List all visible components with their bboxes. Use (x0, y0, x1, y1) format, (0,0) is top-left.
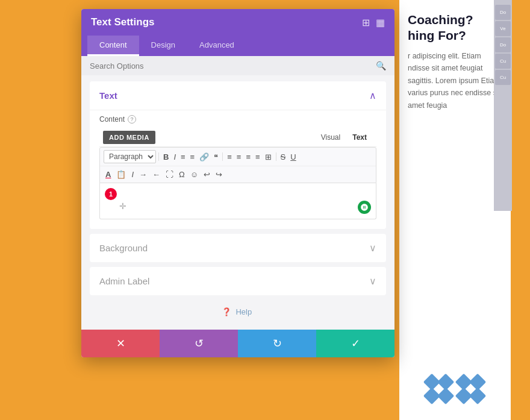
modal-footer: ✕ ↺ ↻ ✓ (81, 330, 394, 357)
modal-header: Text Settings ⊞ ▦ (81, 9, 394, 36)
modal-body: Text ∧ Content ? ADD MEDIA Visual Text (81, 75, 394, 330)
special-chars-button[interactable]: Ω (177, 169, 187, 180)
modal-tabs: Content Design Advanced (81, 36, 394, 56)
diamond-8 (469, 387, 486, 404)
italic2-button[interactable]: I (129, 169, 136, 180)
undo-toolbar-button[interactable]: ↩ (202, 169, 212, 180)
sidebar-tab-cu2[interactable]: Cu (495, 70, 511, 85)
link-button[interactable]: 🔗 (198, 151, 211, 163)
move-icon: ✛ (119, 201, 126, 211)
bold-button[interactable]: B (161, 151, 170, 163)
diamond-icons (426, 376, 484, 402)
text-color-button[interactable]: A (104, 169, 113, 180)
fullscreen-button[interactable]: ⛶ (164, 169, 175, 180)
editor-badge: 1 (105, 188, 117, 200)
divider-1 (158, 152, 159, 161)
help-question-icon: ❓ (222, 307, 231, 316)
toolbar-row-1: ADD MEDIA Visual Text (99, 128, 376, 147)
visual-text-toggle: Visual Text (315, 131, 373, 144)
text-settings-modal: Text Settings ⊞ ▦ Content Design Advance… (81, 9, 394, 357)
table-button[interactable]: ⊞ (263, 151, 273, 163)
text-section-content: Content ? ADD MEDIA Visual Text Paragrap (90, 110, 386, 229)
align-justify-button[interactable]: ≡ (254, 151, 262, 163)
columns-icon[interactable]: ▦ (376, 17, 385, 28)
search-bar: 🔍 (81, 56, 394, 75)
search-input[interactable] (90, 61, 371, 71)
redo-toolbar-button[interactable]: ↪ (214, 169, 224, 180)
strikethrough-button[interactable]: S (279, 151, 288, 163)
emoji-button[interactable]: ☺ (189, 169, 200, 180)
tab-content[interactable]: Content (87, 36, 139, 56)
outdent-button[interactable]: ← (151, 169, 162, 180)
text-section-title: Text (99, 90, 117, 101)
align-right-button[interactable]: ≡ (244, 151, 252, 163)
text-section-header[interactable]: Text ∧ (90, 81, 386, 110)
settings-icon[interactable]: ⊞ (362, 17, 370, 28)
redo-button[interactable]: ↻ (238, 330, 316, 357)
italic-button[interactable]: I (172, 151, 178, 163)
search-icon: 🔍 (376, 61, 386, 71)
right-sidebar: Do Ve Do Cu Cu (494, 0, 512, 211)
admin-label-section-title: Admin Label (99, 276, 149, 286)
sidebar-tab-cu1[interactable]: Cu (495, 54, 511, 69)
content-field-label: Content ? (99, 115, 376, 124)
add-media-button[interactable]: ADD MEDIA (103, 131, 155, 144)
modal-title: Text Settings (91, 16, 154, 28)
paste-button[interactable]: 📋 (114, 169, 128, 180)
divider-3 (276, 152, 276, 161)
underline-button[interactable]: U (288, 151, 298, 163)
right-panel-heading: Coaching? hing For? (408, 12, 502, 44)
visual-button[interactable]: Visual (315, 131, 346, 144)
unordered-list-button[interactable]: ≡ (179, 151, 187, 163)
tab-design[interactable]: Design (139, 36, 187, 56)
modal-header-icons: ⊞ ▦ (362, 17, 385, 28)
text-section: Text ∧ Content ? ADD MEDIA Visual Text (90, 81, 386, 229)
paragraph-select[interactable]: Paragraph (104, 150, 156, 163)
sidebar-tab-do1[interactable]: Do (495, 5, 511, 20)
grammarly-icon (358, 201, 371, 214)
right-panel-body: r adipiscing elit. Etiam ndisse sit amet… (408, 50, 502, 112)
admin-label-section-header[interactable]: Admin Label ∨ (90, 267, 386, 295)
text-button[interactable]: Text (346, 131, 373, 144)
help-link[interactable]: ❓ Help (90, 300, 386, 324)
blockquote-button[interactable]: ❝ (212, 151, 220, 163)
editor-area[interactable]: 1 ✛ (99, 183, 376, 219)
admin-label-section: Admin Label ∨ (90, 267, 386, 295)
text-section-toggle[interactable]: ∧ (369, 90, 376, 101)
help-text: Help (235, 307, 252, 316)
toolbar-row-3: A 📋 I → ← ⛶ Ω ☺ ↩ ↪ (100, 166, 376, 183)
undo-button[interactable]: ↺ (160, 330, 238, 357)
admin-label-section-toggle[interactable]: ∨ (369, 275, 376, 287)
indent-button[interactable]: → (137, 169, 149, 180)
align-center-button[interactable]: ≡ (235, 151, 243, 163)
background-section-toggle[interactable]: ∨ (369, 242, 376, 254)
save-button[interactable]: ✓ (316, 330, 394, 357)
editor-toolbar: Paragraph B I ≡ ≡ 🔗 ❝ ≡ ≡ ≡ ≡ (99, 147, 376, 183)
sidebar-tab-ve[interactable]: Ve (495, 21, 511, 36)
diamond-4 (437, 387, 454, 404)
tab-advanced[interactable]: Advanced (187, 36, 246, 56)
background-section: Background ∨ (90, 234, 386, 262)
cancel-button[interactable]: ✕ (81, 330, 160, 357)
ordered-list-button[interactable]: ≡ (189, 151, 197, 163)
help-badge: ? (128, 115, 136, 124)
toolbar-row-2: Paragraph B I ≡ ≡ 🔗 ❝ ≡ ≡ ≡ ≡ (100, 148, 376, 166)
divider-2 (222, 152, 223, 161)
sidebar-tab-do2[interactable]: Do (495, 37, 511, 52)
align-left-button[interactable]: ≡ (225, 151, 234, 163)
background-section-header[interactable]: Background ∨ (90, 234, 386, 262)
background-section-title: Background (99, 243, 148, 253)
